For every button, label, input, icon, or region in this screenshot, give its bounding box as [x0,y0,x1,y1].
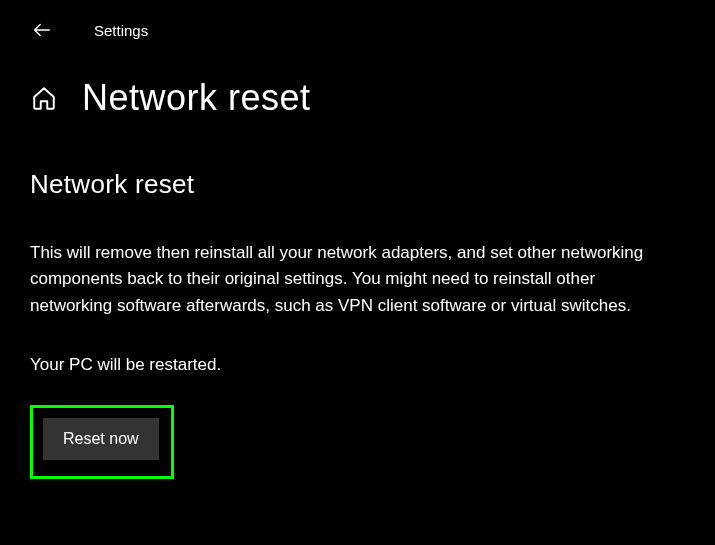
back-button[interactable] [30,18,54,42]
top-bar: Settings [0,0,715,52]
description-text: This will remove then reinstall all your… [30,240,670,319]
heading-row: Network reset [30,77,685,119]
app-title: Settings [94,22,148,39]
home-icon [31,85,57,111]
restart-note: Your PC will be restarted. [30,355,685,375]
main-content: Network reset Network reset This will re… [0,52,715,509]
reset-now-button[interactable]: Reset now [43,418,159,460]
arrow-left-icon [31,19,53,41]
home-button[interactable] [30,84,58,112]
page-title: Network reset [82,77,311,119]
section-heading: Network reset [30,169,685,200]
highlight-annotation: Reset now [30,405,174,479]
